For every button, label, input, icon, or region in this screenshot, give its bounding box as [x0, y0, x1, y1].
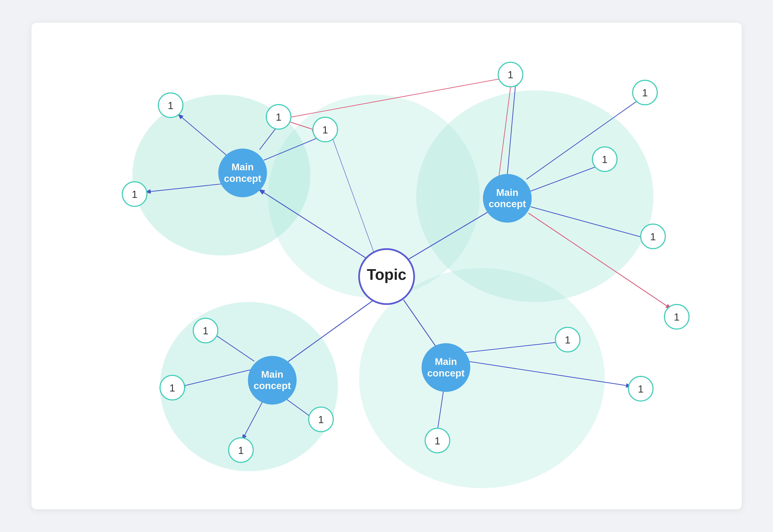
leaf-13-label: 1: [203, 325, 208, 337]
mind-map-card: Main concept Main concept Main concept M…: [31, 23, 742, 509]
main-concept-2-label-line1: Main: [496, 187, 518, 198]
center-node-label: Topic: [367, 266, 406, 283]
main-concept-1-label-line1: Main: [231, 162, 254, 172]
main-concept-4-label-line2: concept: [427, 368, 464, 379]
main-concept-4-label-line1: Main: [435, 356, 457, 367]
leaf-12-label: 1: [434, 435, 440, 447]
leaf-1-label: 1: [167, 100, 173, 111]
cluster-3: [416, 90, 654, 302]
leaf-10-label: 1: [638, 383, 644, 395]
leaf-14-label: 1: [169, 382, 175, 394]
leaf-7-label: 1: [602, 154, 608, 165]
main-concept-3-label-line1: Main: [261, 369, 283, 380]
leaf-15-label: 1: [318, 414, 324, 425]
main-concept-1-label-line2: concept: [224, 173, 261, 184]
leaf-2-label: 1: [276, 112, 281, 123]
main-concept-3-label-line2: concept: [254, 380, 291, 391]
leaf-16-label: 1: [238, 445, 244, 456]
leaf-9-label: 1: [674, 311, 680, 323]
main-concept-2-label-line2: concept: [488, 198, 526, 209]
leaf-8-label: 1: [650, 231, 656, 242]
leaf-3-label: 1: [322, 124, 328, 136]
leaf-5-label: 1: [507, 69, 513, 80]
leaf-4-label: 1: [132, 189, 137, 200]
leaf-6-label: 1: [642, 87, 648, 99]
leaf-11-label: 1: [565, 334, 570, 346]
